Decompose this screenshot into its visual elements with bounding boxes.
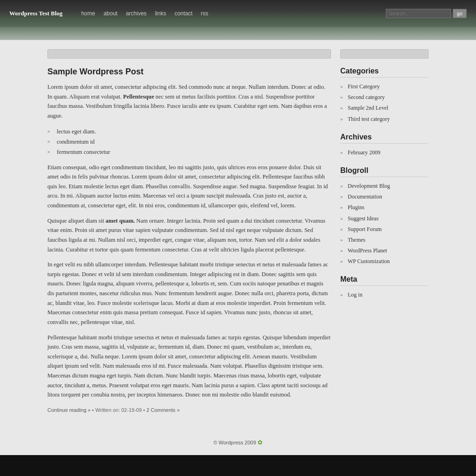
sidebar-item-third-test-category[interactable]: Third test category	[340, 114, 429, 125]
sidebar-top-bar	[340, 49, 429, 59]
blogroll-list: Development Blog Documentation Plugins S…	[340, 181, 429, 267]
main-content: Sample Wordpress Post Lorem ipsum dolor …	[47, 49, 331, 413]
site-title: Wordpress Test Blog	[9, 10, 63, 17]
post-meta: Continue reading » • Written on: 02-19-0…	[47, 407, 331, 413]
post-written-on: Written on: 02-19-09	[95, 407, 142, 413]
bottom-bar	[0, 455, 476, 476]
sidebar-item-first-category[interactable]: First Category	[340, 81, 429, 92]
nav-home[interactable]: home	[81, 10, 95, 17]
archives-title: Archives	[340, 133, 429, 144]
site-header: Wordpress Test Blog home about archives …	[0, 0, 476, 27]
nav-links[interactable]: links	[155, 10, 166, 17]
sidebar-item-log-in[interactable]: Log in	[340, 290, 429, 300]
post-paragraph-4: In eget velit eu nibh ullamcorper interd…	[47, 260, 331, 327]
subheader-bar	[0, 27, 476, 40]
themes-link[interactable]: Themes	[348, 237, 365, 243]
nav-rss[interactable]: rss	[201, 10, 208, 17]
post-paragraph-2: Etiam consequat, odio eget condimentum t…	[47, 163, 331, 211]
page-wrapper: Sample Wordpress Post Lorem ipsum dolor …	[0, 40, 476, 431]
support-forum-link[interactable]: Support Forum	[348, 226, 382, 232]
sidebar-item-wp-customization[interactable]: WP Customization	[340, 256, 429, 267]
wordpress-icon: ✿	[258, 439, 263, 446]
third-test-category-link[interactable]: Third test category	[348, 116, 390, 122]
sample-2nd-level-link[interactable]: Sample 2nd Level	[348, 105, 388, 111]
post-meta-separator-2: •	[143, 407, 146, 413]
list-item: fermentum consectetur	[47, 147, 331, 157]
wordpress-planet-link[interactable]: WordPress Planet	[348, 247, 387, 254]
post-body: Lorem ipsum dolor sit amet, consectetur …	[47, 82, 331, 400]
list-item: condimentum id	[47, 137, 331, 147]
sidebar-item-support-forum[interactable]: Support Forum	[340, 224, 429, 235]
sidebar-item-suggest-ideas[interactable]: Suggest Ideas	[340, 213, 429, 224]
sidebar-blogroll: Blogroll Development Blog Documentation …	[340, 166, 429, 267]
suggest-ideas-link[interactable]: Suggest Ideas	[348, 215, 378, 222]
continue-reading-link[interactable]: Continue reading »	[47, 407, 91, 413]
sidebar-archives: Archives February 2009	[340, 133, 429, 158]
post-meta-separator: •	[92, 407, 95, 413]
february-2009-link[interactable]: February 2009	[348, 149, 380, 156]
footer-text: © Wordpress 2009	[213, 440, 256, 445]
list-item: lectus eget diam.	[47, 126, 331, 137]
sidebar-meta: Meta Log in	[340, 275, 429, 300]
log-in-link[interactable]: Log in	[348, 291, 363, 298]
search-area: go	[386, 9, 467, 18]
site-footer: © Wordpress 2009 ✿	[0, 431, 476, 455]
meta-list: Log in	[340, 290, 429, 300]
post-paragraph-5: Pellentesque habitant morbi tristique se…	[47, 333, 331, 400]
documentation-link[interactable]: Documentation	[348, 193, 382, 200]
categories-list: First Category Second category Sample 2n…	[340, 81, 429, 125]
post-comments-link[interactable]: 2 Comments »	[146, 407, 180, 413]
meta-title: Meta	[340, 275, 429, 286]
sidebar-item-sample-2nd-level[interactable]: Sample 2nd Level	[340, 103, 429, 113]
sidebar-item-wordpress-planet[interactable]: WordPress Planet	[340, 245, 429, 256]
content-area: Sample Wordpress Post Lorem ipsum dolor …	[38, 49, 438, 413]
sidebar-item-second-category[interactable]: Second category	[340, 92, 429, 103]
content-top-bar	[47, 49, 331, 59]
categories-title: Categories	[340, 67, 429, 78]
nav-archives[interactable]: archives	[126, 10, 147, 17]
search-button[interactable]: go	[453, 9, 467, 18]
sidebar-item-documentation[interactable]: Documentation	[340, 192, 429, 202]
sidebar: Categories First Category Second categor…	[340, 49, 429, 413]
first-category-link[interactable]: First Category	[348, 83, 380, 90]
nav-about[interactable]: about	[104, 10, 118, 17]
archives-list: February 2009	[340, 147, 429, 158]
blogroll-title: Blogroll	[340, 166, 429, 177]
main-nav: home about archives links contact rss	[81, 10, 386, 17]
plugins-link[interactable]: Plugins	[348, 204, 364, 211]
development-blog-link[interactable]: Development Blog	[348, 183, 390, 189]
post-list: lectus eget diam. condimentum id ferment…	[47, 126, 331, 157]
sidebar-item-development-blog[interactable]: Development Blog	[340, 181, 429, 192]
second-category-link[interactable]: Second category	[348, 94, 385, 100]
search-input[interactable]	[386, 9, 451, 18]
post-paragraph-3: Quisque aliquet diam sit amet quam. Nam …	[47, 216, 331, 255]
nav-contact[interactable]: contact	[174, 10, 192, 17]
wp-customization-link[interactable]: WP Customization	[348, 258, 390, 264]
sidebar-categories: Categories First Category Second categor…	[340, 67, 429, 125]
sidebar-item-february-2009[interactable]: February 2009	[340, 147, 429, 158]
sidebar-item-themes[interactable]: Themes	[340, 235, 429, 245]
sidebar-item-plugins[interactable]: Plugins	[340, 202, 429, 213]
post-title: Sample Wordpress Post	[47, 67, 331, 77]
post-paragraph-1: Lorem ipsum dolor sit amet, consectetur …	[47, 82, 331, 121]
